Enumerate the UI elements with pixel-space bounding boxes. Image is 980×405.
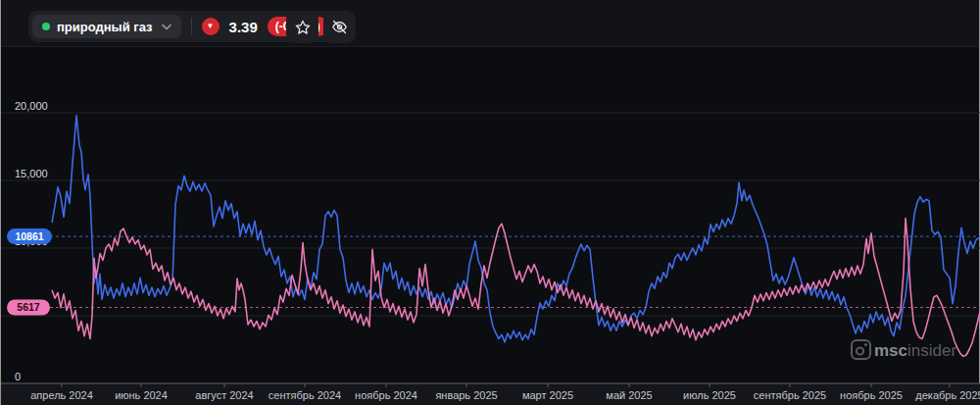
chevron-down-icon	[162, 24, 172, 30]
svg-text:10861: 10861	[15, 230, 43, 242]
eye-slash-icon	[330, 18, 349, 36]
last-value-badge-pink: 5617	[7, 299, 50, 315]
favorite-button[interactable]	[286, 11, 318, 43]
watermark-text: mscinsider	[874, 341, 956, 360]
x-axis-label: март 2025	[522, 389, 573, 401]
x-axis-label: май 2025	[606, 389, 652, 401]
svg-text:5617: 5617	[17, 301, 40, 313]
chart-canvas: 20,00015,00010,0000апрель 2024июнь 2024а…	[1, 47, 980, 405]
price-chart[interactable]: 20,00015,00010,0000апрель 2024июнь 2024а…	[1, 47, 979, 405]
x-axis-label: сентябрь 2024	[269, 389, 341, 401]
status-dot-icon	[42, 23, 50, 30]
app-window: природный газ ▼ 3.39 (-0.03%)	[0, 0, 980, 405]
triangle-down-icon: ▼	[202, 18, 220, 35]
x-axis-label: январь 2025	[435, 389, 497, 401]
toolbar-divider	[191, 18, 192, 35]
x-axis-label: сентябрь 2025	[754, 389, 826, 401]
ticker-label: природный газ	[57, 20, 153, 34]
series-line-blue	[52, 116, 980, 342]
hide-button[interactable]	[323, 11, 356, 43]
price-value: 3.39	[229, 19, 258, 35]
mscinsider-logo	[852, 340, 870, 359]
x-axis-label: декабрь 2025	[915, 389, 980, 401]
y-axis-label: 15,000	[15, 168, 48, 179]
x-axis-label: август 2024	[195, 389, 253, 401]
star-icon	[294, 19, 312, 36]
toolbar: природный газ ▼ 3.39 (-0.03%)	[1, 0, 979, 47]
x-axis-label: июль 2025	[683, 389, 736, 401]
x-axis-label: июнь 2024	[115, 389, 168, 401]
last-value-badge-blue: 10861	[7, 228, 52, 244]
x-axis-label: апрель 2024	[30, 389, 93, 401]
y-axis-label: 0	[15, 371, 21, 382]
y-axis-label: 20,000	[15, 100, 48, 112]
ticker-selector[interactable]: природный газ	[32, 15, 181, 38]
x-axis-label: ноябрь 2025	[840, 389, 903, 401]
x-axis-label: ноябрь 2024	[355, 389, 417, 401]
